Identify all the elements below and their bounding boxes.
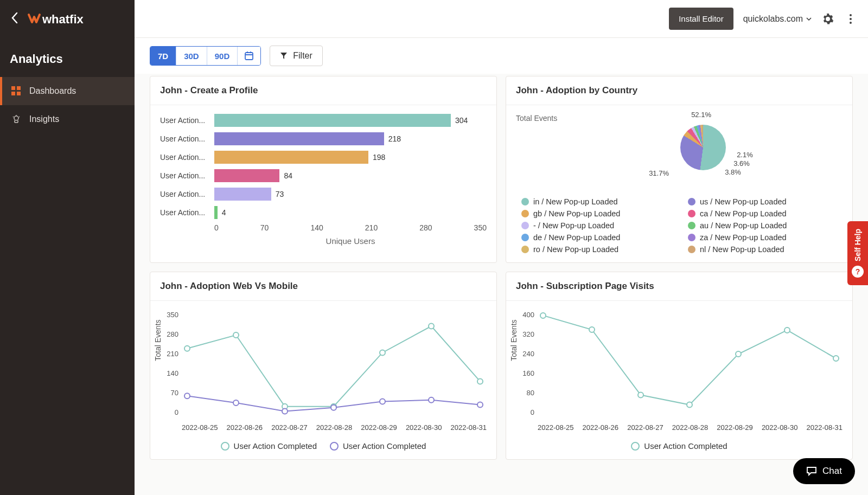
bar [214,206,218,219]
main: Install Editor quickolabs.com 7D 30D 90D… [135,0,868,495]
gear-icon[interactable] [821,12,834,25]
svg-text:140: 140 [167,369,178,377]
line-chart: Total Events 070140210280350 [160,310,487,420]
sidebar-item-dashboards[interactable]: Dashboards [0,77,135,105]
install-editor-button[interactable]: Install Editor [669,8,733,30]
pie-ylabel: Total Events [516,114,557,123]
date-range-group: 7D 30D 90D [150,46,261,66]
range-7d[interactable]: 7D [150,47,176,65]
svg-point-7 [850,18,852,20]
legend-label: ca / New Pop-up Loaded [700,209,787,218]
legend-item: - / New Pop-up Loaded [521,221,671,230]
more-icon[interactable] [844,12,857,25]
pie-value-label: 3.8% [725,168,741,176]
svg-point-24 [233,400,239,406]
legend-dot [521,234,529,241]
sidebar-item-insights[interactable]: Insights [0,105,135,133]
legend-item: nl / New Pop-up Loaded [688,245,837,254]
legend-dot [521,198,529,205]
bar-label: User Action... [160,116,208,125]
legend-dot [521,222,529,229]
card-body: Total Events 070140210280350 2022-08-252… [150,301,496,459]
pie-slice-group [680,125,726,170]
tick: 2022-08-26 [583,423,619,432]
filter-button[interactable]: Filter [270,46,323,66]
pie-legend: in / New Pop-up Loadedus / New Pop-up Lo… [516,197,843,254]
svg-point-39 [687,402,692,408]
pie-value-label: 3.6% [733,159,750,168]
bar [214,169,279,182]
legend-item: in / New Pop-up Loaded [521,197,671,206]
svg-text:400: 400 [522,311,534,319]
card-grid: John - Create a Profile User Action... 3… [150,76,853,460]
range-calendar[interactable] [238,47,260,65]
bar-value: 198 [373,153,385,162]
svg-text:70: 70 [171,389,178,397]
svg-point-29 [477,402,483,408]
bar [214,132,384,145]
legend-dot [688,210,695,217]
legend-label: au / New Pop-up Loaded [700,221,787,230]
svg-text:80: 80 [527,389,534,397]
legend-label: ro / New Pop-up Loaded [533,245,618,254]
chat-button[interactable]: Chat [793,458,855,484]
tick: 2022-08-28 [316,423,353,432]
tick: 2022-08-29 [361,423,397,432]
line-ylabel: Total Events [509,319,518,361]
bar-track: 4 [214,206,487,219]
bar-label: User Action... [160,134,208,143]
legend-label: gb / New Pop-up Loaded [533,209,620,218]
legend-label: in / New Pop-up Loaded [533,197,618,206]
range-30d[interactable]: 30D [176,47,207,65]
legend-dot [688,246,695,253]
range-90d[interactable]: 90D [207,47,238,65]
legend-dot [688,198,695,205]
back-icon[interactable] [9,10,21,28]
legend-dot [688,222,695,229]
legend-item: de / New Pop-up Loaded [521,233,671,242]
svg-text:0: 0 [175,408,178,416]
svg-rect-2 [17,86,21,90]
card-body: User Action... 304 User Action... 218 Us… [150,105,496,254]
card-create-profile: John - Create a Profile User Action... 3… [150,76,497,263]
svg-point-16 [184,346,190,351]
bar-row: User Action... 218 [160,132,487,145]
pie-value-label: 52.1% [691,111,711,119]
card-title: John - Adoption by Country [506,76,852,105]
card-body: Total Events 080160240320400 2022-08-252… [506,301,852,459]
svg-point-26 [331,405,336,410]
tick: 140 [310,223,323,232]
pie-value-label: 2.1% [737,151,753,159]
svg-point-36 [540,313,546,318]
tick: 2022-08-27 [627,423,663,432]
pie-chart-container: 52.1%31.7%3.8%3.6%2.1% [564,114,843,190]
legend-item: au / New Pop-up Loaded [688,221,837,230]
line-svg: 070140210280350 [182,310,486,418]
svg-point-38 [638,393,643,398]
legend-label: - / New Pop-up Loaded [533,221,614,230]
tick: 2022-08-31 [450,423,487,432]
svg-rect-9 [245,53,253,60]
card-adoption-web-mobile: John - Adoption Web Vs Mobile Total Even… [150,272,497,460]
domain-selector[interactable]: quickolabs.com [743,14,812,24]
svg-point-20 [380,350,385,355]
legend-item: ca / New Pop-up Loaded [688,209,837,218]
tick: 2022-08-26 [227,423,263,432]
pie-chart: 52.1%31.7%3.8%3.6%2.1% [665,114,741,190]
svg-rect-3 [11,92,15,95]
card-title: John - Subscription Page Visits [506,272,852,301]
svg-point-42 [833,356,839,361]
bar-track: 73 [214,188,487,201]
content: John - Create a Profile User Action... 3… [135,74,868,495]
legend-item: za / New Pop-up Loaded [688,233,837,242]
toolbar: 7D 30D 90D Filter [135,38,868,74]
svg-text:whatfix: whatfix [42,12,84,26]
pie-value-label: 31.7% [649,169,669,177]
bar-value: 304 [455,116,468,125]
svg-text:0: 0 [531,408,534,416]
bar [214,188,271,201]
bar-label: User Action... [160,171,208,180]
sidebar: whatfix Analytics Dashboards Insights [0,0,135,495]
bar-value: 4 [222,208,226,217]
self-help-tab[interactable]: Self Help ? [847,221,868,285]
